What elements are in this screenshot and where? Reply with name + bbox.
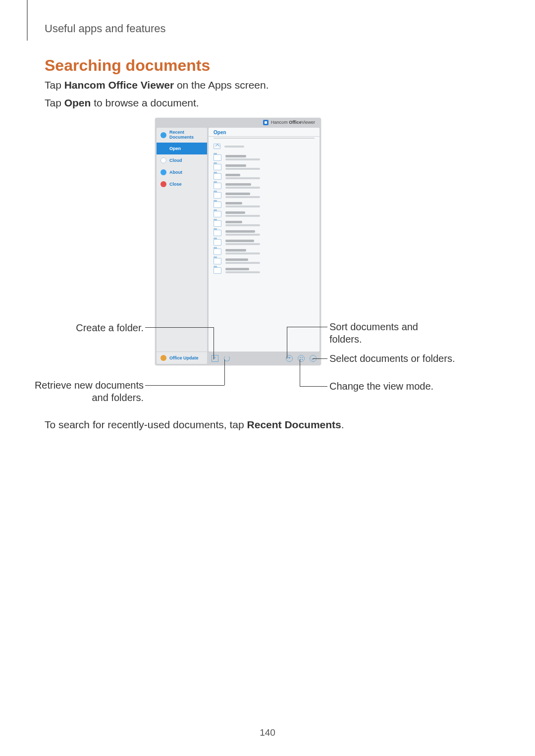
list-item[interactable] xyxy=(209,153,320,162)
folder-icon xyxy=(214,258,221,264)
body-paragraph-3: To search for recently-used documents, t… xyxy=(45,419,344,431)
page-number: 140 xyxy=(0,727,535,738)
app-title-text: Hancom OfficeViewer xyxy=(271,120,315,125)
folder-icon xyxy=(214,211,221,217)
list-item[interactable] xyxy=(209,209,320,219)
list-item[interactable] xyxy=(209,238,320,247)
folder-icon xyxy=(214,249,221,255)
callout-select: Select documents or folders. xyxy=(329,353,458,365)
info-icon xyxy=(160,169,166,175)
blurred-text xyxy=(225,211,260,217)
sidebar-bottom: Office Update xyxy=(157,352,207,364)
cloud-icon xyxy=(160,157,166,163)
callout-sort: Sort documents and folders. xyxy=(329,321,453,346)
text: To search for recently-used documents, t… xyxy=(45,419,247,430)
breadcrumb: Useful apps and features xyxy=(45,22,166,35)
folder-icon xyxy=(214,202,221,208)
leader-line xyxy=(145,385,224,386)
leader-line xyxy=(224,359,225,385)
sidebar-item-cloud[interactable]: Cloud xyxy=(157,154,207,166)
callout-view-mode: Change the view mode. xyxy=(329,380,468,393)
sidebar-item-close[interactable]: Close xyxy=(157,178,207,190)
sidebar-item-label: Office Update xyxy=(169,355,199,360)
app-name-bold: Hancom Office Viewer xyxy=(64,79,174,91)
blurred-text xyxy=(225,183,260,189)
leader-line xyxy=(287,327,287,358)
text: on the Apps screen. xyxy=(174,79,268,91)
blurred-text xyxy=(225,221,260,226)
view-mode-icon[interactable] xyxy=(298,355,305,362)
list-item[interactable] xyxy=(209,247,320,256)
list-item[interactable] xyxy=(209,162,320,172)
list-item[interactable] xyxy=(209,172,320,181)
sidebar-item-label: Recent Documents xyxy=(169,130,203,140)
list-item[interactable] xyxy=(209,228,320,238)
sidebar-item-label: About xyxy=(169,170,182,175)
folder-icon xyxy=(214,164,221,170)
blurred-text xyxy=(225,174,260,179)
sidebar-item-label: Open xyxy=(169,146,181,151)
up-folder-icon xyxy=(214,144,220,149)
list-item[interactable] xyxy=(209,266,320,275)
leader-line xyxy=(145,327,214,328)
body-paragraph-2: Tap Open to browse a document. xyxy=(45,97,199,109)
folder-icon xyxy=(160,146,166,151)
sidebar-item-open[interactable]: Open xyxy=(157,143,207,154)
folder-icon xyxy=(214,239,221,246)
list-item[interactable] xyxy=(209,219,320,228)
path-bar xyxy=(214,137,315,139)
sidebar-item-label: Cloud xyxy=(169,158,182,163)
list-item[interactable] xyxy=(209,181,320,191)
folder-icon xyxy=(214,173,221,180)
blurred-text xyxy=(225,230,260,236)
blurred-text xyxy=(225,202,260,207)
blurred-text xyxy=(224,146,244,148)
sidebar: Recent Documents Open Cloud About Close … xyxy=(157,128,207,364)
list-item[interactable] xyxy=(209,256,320,266)
blurred-text xyxy=(225,193,260,198)
sidebar-item-label: Close xyxy=(169,182,182,187)
section-heading: Searching documents xyxy=(45,56,210,75)
bottom-toolbar xyxy=(209,353,320,364)
blurred-text xyxy=(225,258,260,264)
callout-retrieve: Retrieve new documents and folders. xyxy=(30,379,144,404)
action-bold: Recent Documents xyxy=(247,419,341,430)
app-title: Hancom OfficeViewer xyxy=(263,120,315,125)
blurred-text xyxy=(225,240,260,245)
main-panel: Open xyxy=(209,128,320,352)
folder-icon xyxy=(214,220,221,227)
app-screenshot: Hancom OfficeViewer Recent Documents Ope… xyxy=(155,118,321,365)
blurred-text xyxy=(225,268,260,273)
blurred-text xyxy=(225,249,260,254)
blurred-text xyxy=(225,155,260,160)
text: Viewer xyxy=(302,120,315,125)
blurred-text xyxy=(225,164,260,170)
leader-line xyxy=(287,327,327,327)
update-icon xyxy=(160,355,166,361)
action-bold: Open xyxy=(64,97,91,108)
folder-icon xyxy=(214,192,221,199)
text: . xyxy=(341,419,344,430)
folder-icon xyxy=(214,154,221,161)
close-icon xyxy=(160,181,166,187)
body-paragraph-1: Tap Hancom Office Viewer on the Apps scr… xyxy=(45,79,269,91)
sidebar-item-recent-documents[interactable]: Recent Documents xyxy=(157,128,207,143)
sidebar-item-about[interactable]: About xyxy=(157,166,207,178)
list-item[interactable] xyxy=(209,200,320,209)
new-folder-icon[interactable] xyxy=(212,355,218,362)
folder-icon xyxy=(214,267,221,274)
panel-title: Open xyxy=(209,128,320,137)
text: Tap xyxy=(45,79,64,91)
page-edge-marker xyxy=(27,0,28,41)
callout-create-folder: Create a folder. xyxy=(45,322,144,334)
folder-icon xyxy=(214,230,221,236)
up-folder-row[interactable] xyxy=(209,142,320,153)
sidebar-item-office-update[interactable]: Office Update xyxy=(157,352,207,364)
text: Office xyxy=(289,120,302,125)
text: to browse a document. xyxy=(91,97,199,108)
clock-icon xyxy=(160,132,166,138)
list-item[interactable] xyxy=(209,191,320,200)
app-logo-icon xyxy=(263,120,268,125)
text: Tap xyxy=(45,97,64,108)
leader-line xyxy=(300,386,327,387)
